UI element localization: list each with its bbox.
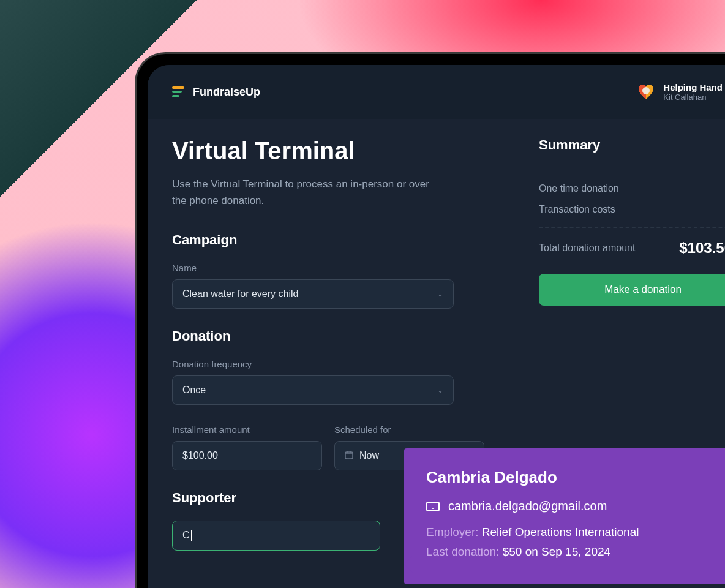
last-value: $50 on Sep 15, 2024	[503, 545, 610, 558]
logo-icon	[172, 85, 187, 99]
frequency-select[interactable]: Once ⌄	[172, 375, 454, 405]
calendar-icon	[345, 451, 353, 461]
chevron-down-icon: ⌄	[437, 290, 443, 298]
summary-tx-row: Transaction costs $3	[539, 199, 725, 220]
summary-one-time-row: One time donation $100	[539, 178, 725, 199]
org-user: Kit Callahan	[663, 92, 723, 102]
divider	[539, 168, 725, 168]
org-switcher[interactable]: Helping Hand Kit Callahan	[636, 82, 723, 102]
mail-icon	[426, 502, 440, 511]
campaign-name-select[interactable]: Clean water for every child ⌄	[172, 279, 454, 309]
campaign-name-value: Clean water for every child	[182, 288, 298, 300]
donation-heading: Donation	[172, 328, 484, 344]
page-subtitle: Use the Virtual Terminal to process an i…	[172, 176, 441, 209]
tx-label: Transaction costs	[539, 204, 615, 215]
supporter-tooltip: Cambria Delgado cambria.delgado@gmail.co…	[404, 448, 725, 584]
installment-label: Installment amount	[172, 424, 322, 435]
brand-logo[interactable]: FundraiseUp	[172, 85, 260, 99]
employer-value: Relief Operations International	[482, 526, 639, 538]
summary-heading: Summary	[539, 137, 725, 153]
total-value: $103.50 U	[679, 239, 725, 257]
campaign-name-label: Name	[172, 263, 484, 273]
divider-dashed	[539, 227, 725, 228]
campaign-heading: Campaign	[172, 232, 484, 248]
scheduled-label: Scheduled for	[334, 424, 484, 435]
scheduled-value: Now	[359, 450, 379, 461]
frequency-label: Donation frequency	[172, 359, 484, 369]
installment-value: $100.00	[182, 450, 218, 461]
last-label: Last donation:	[426, 545, 499, 558]
supporter-search-input[interactable]: C	[172, 521, 380, 551]
frequency-value: Once	[182, 385, 206, 396]
svg-point-0	[642, 87, 650, 94]
summary-total-row: Total donation amount $103.50 U	[539, 239, 725, 257]
helping-hand-icon	[636, 82, 656, 102]
brand-name: FundraiseUp	[193, 86, 260, 99]
employer-label: Employer:	[426, 526, 479, 538]
tooltip-email: cambria.delgado@gmail.com	[448, 499, 607, 513]
page-title: Virtual Terminal	[172, 137, 484, 165]
svg-rect-1	[345, 452, 353, 459]
tooltip-employer: Employer: Relief Operations Internationa…	[426, 526, 719, 539]
tooltip-name: Cambria Delgado	[426, 468, 719, 487]
total-label: Total donation amount	[539, 243, 635, 254]
tooltip-email-row: cambria.delgado@gmail.com	[426, 499, 719, 513]
make-donation-button[interactable]: Make a donation	[539, 274, 725, 306]
one-time-label: One time donation	[539, 183, 619, 194]
installment-input[interactable]: $100.00	[172, 441, 322, 470]
org-name: Helping Hand	[663, 82, 723, 92]
topbar: FundraiseUp Helping Hand Kit Callahan	[148, 65, 725, 119]
tooltip-last-donation: Last donation: $50 on Sep 15, 2024	[426, 545, 719, 559]
supporter-search-value: C	[182, 530, 190, 540]
chevron-down-icon: ⌄	[437, 386, 443, 394]
